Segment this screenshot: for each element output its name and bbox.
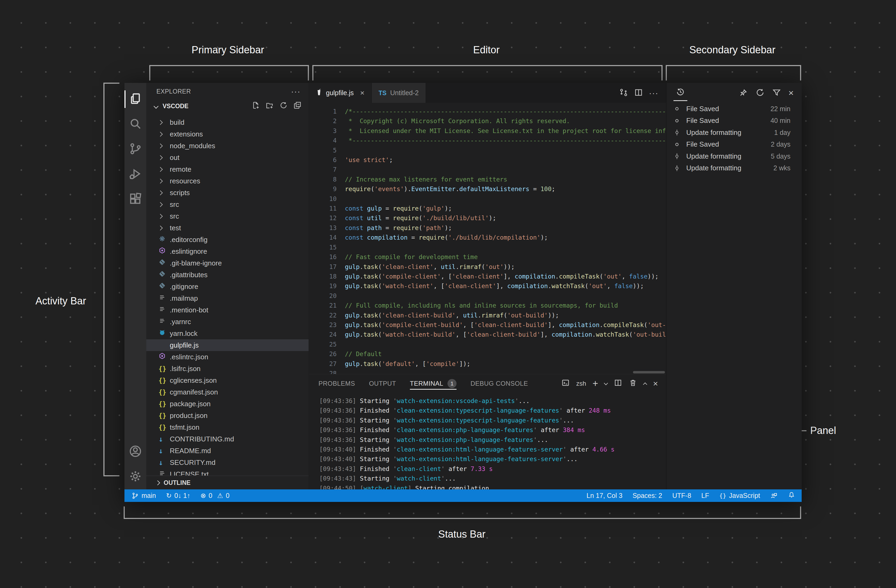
kill-terminal-icon[interactable] [629, 378, 637, 388]
tree-item-product.json[interactable]: {}product.json [146, 410, 309, 421]
tree-item-.mention-bot[interactable]: .mention-bot [146, 304, 309, 316]
activity-item-extensions[interactable] [125, 187, 146, 212]
terminal-line-10: [09:44:50] [watch-client] Starting compi… [319, 483, 666, 489]
tree-item-yarn.lock[interactable]: yarn.lock [146, 328, 309, 339]
timeline-item[interactable]: File Saved2 days [666, 139, 802, 151]
explorer-section-header[interactable]: VSCODE [146, 100, 309, 112]
tree-item-package.json[interactable]: {}package.json [146, 398, 309, 410]
notifications-bell-icon[interactable] [788, 491, 795, 500]
secondary-sidebar-header: × [666, 83, 802, 103]
explorer-more-icon[interactable]: ··· [291, 90, 301, 93]
refresh-icon[interactable] [755, 88, 765, 98]
tree-item-LICENSE.txt[interactable]: LICENSE.txt [146, 468, 309, 476]
close-panel-icon[interactable]: × [653, 379, 658, 388]
timeline-history-icon[interactable] [673, 85, 688, 101]
sync-indicator[interactable]: ↻ 0↓ 1↑ [166, 492, 190, 500]
terminal-line-2: [09:43:36] Finished 'clean-extension:typ… [319, 406, 666, 415]
editor-tab-Untitled-2[interactable]: TSUntitled-2 [372, 83, 426, 103]
maximize-panel-icon[interactable] [643, 382, 648, 387]
new-folder-icon[interactable] [265, 101, 274, 111]
workspace-name: VSCODE [163, 103, 188, 110]
editor-bracket [312, 65, 663, 81]
tree-item-test[interactable]: test [146, 222, 309, 234]
tree-item-cglicenses.json[interactable]: {}cglicenses.json [146, 375, 309, 386]
tree-item-build[interactable]: build [146, 116, 309, 128]
pin-icon[interactable] [739, 88, 748, 98]
activity-item-manage[interactable] [125, 464, 146, 489]
panel-tab-problems[interactable]: PROBLEMS [318, 374, 355, 393]
gearfile-icon [158, 235, 166, 244]
eol-sequence[interactable]: LF [701, 492, 709, 500]
shell-name[interactable]: zsh [576, 380, 586, 387]
indentation[interactable]: Spaces: 2 [633, 492, 662, 500]
tree-item-cgmanifest.json[interactable]: {}cgmanifest.json [146, 386, 309, 398]
tree-item-.yarnrc[interactable]: .yarnrc [146, 316, 309, 328]
timeline-item[interactable]: File Saved22 min [666, 103, 802, 115]
code-line-21: 21// Full compile, including nls and inl… [309, 301, 666, 310]
editor-horizontal-scrollbar[interactable] [633, 371, 665, 373]
tree-item-CONTRIBUTING.md[interactable]: ↓CONTRIBUTING.md [146, 433, 309, 445]
split-terminal-icon[interactable] [614, 378, 622, 388]
panel-tab-output[interactable]: OUTPUT [369, 374, 396, 393]
new-file-icon[interactable] [251, 101, 260, 111]
problems-indicator[interactable]: ⊗ 0 ⚠ 0 [200, 492, 230, 500]
tree-item-gulpfile.js[interactable]: gulpfile.js [146, 339, 309, 351]
panel-tab-terminal[interactable]: TERMINAL1 [410, 374, 457, 393]
cursor-position[interactable]: Ln 17, Col 3 [587, 492, 623, 500]
tree-item-src[interactable]: src [146, 210, 309, 222]
timeline-item[interactable]: File Saved40 min [666, 115, 802, 127]
new-terminal-icon[interactable]: + [593, 379, 598, 388]
chevron-right-icon [158, 190, 163, 195]
tree-item-.lsifrc.json[interactable]: {}.lsifrc.json [146, 363, 309, 375]
language-mode[interactable]: {} JavaScript [719, 492, 760, 500]
activity-item-explorer[interactable] [125, 87, 146, 112]
tree-item-.eslintrc.json[interactable]: .eslintrc.json [146, 351, 309, 363]
tree-item-extensions[interactable]: extensions [146, 128, 309, 140]
editor-more-icon[interactable]: ··· [649, 92, 658, 94]
chevron-right-icon [158, 167, 163, 172]
split-editor-icon[interactable] [634, 88, 643, 98]
code-editor[interactable]: 1/*-------------------------------------… [309, 103, 666, 374]
timeline-item[interactable]: Update formatting2 wks [666, 162, 802, 174]
tree-item-README.md[interactable]: ↓README.md [146, 445, 309, 457]
branch-indicator[interactable]: main [131, 492, 156, 500]
editor-tab-gulpfile.js[interactable]: gulpfile.js× [309, 83, 372, 103]
activity-item-accounts[interactable] [125, 439, 146, 464]
tree-item-remote[interactable]: remote [146, 163, 309, 175]
collapse-all-icon[interactable] [293, 101, 302, 111]
tree-item-out[interactable]: out [146, 152, 309, 163]
encoding[interactable]: UTF-8 [672, 492, 691, 500]
tree-item-.gitattributes[interactable]: .gitattributes [146, 269, 309, 281]
tree-item-resources[interactable]: resources [146, 175, 309, 187]
tree-item-src[interactable]: src [146, 199, 309, 210]
vscode-layout-diagram: Primary Sidebar Editor Secondary Sidebar… [0, 0, 896, 588]
tree-item-tsfmt.json[interactable]: {}tsfmt.json [146, 421, 309, 433]
code-line-26: 26// Default [309, 349, 666, 359]
panel-tab-debug-console[interactable]: DEBUG CONSOLE [470, 374, 528, 393]
tree-item-.eslintignore[interactable]: .eslintignore [146, 245, 309, 257]
open-changes-icon[interactable] [619, 88, 628, 98]
outline-section-header[interactable]: OUTLINE [146, 475, 309, 489]
outline-label: OUTLINE [164, 479, 190, 486]
tree-item-node_modules[interactable]: node_modules [146, 140, 309, 152]
activity-item-search[interactable] [125, 112, 146, 137]
terminal-output[interactable]: [09:43:36] Starting 'watch-extension:vsc… [309, 393, 666, 489]
md-icon: ↓ [158, 446, 163, 455]
close-secondary-sidebar-icon[interactable]: × [788, 88, 794, 98]
timeline-item[interactable]: Update formatting5 days [666, 150, 802, 162]
filter-icon[interactable] [772, 88, 782, 98]
timeline-item[interactable]: Update formatting1 day [666, 126, 802, 139]
refresh-icon[interactable] [279, 101, 288, 111]
feedback-icon[interactable] [770, 492, 778, 500]
tree-item-SECURITY.md[interactable]: ↓SECURITY.md [146, 457, 309, 468]
tree-item-.mailmap[interactable]: .mailmap [146, 292, 309, 304]
tree-item-.gitignore[interactable]: .gitignore [146, 281, 309, 292]
tree-item-.editorconfig[interactable]: .editorconfig [146, 234, 309, 245]
tree-item-.git-blame-ignore[interactable]: .git-blame-ignore [146, 257, 309, 269]
activity-item-source-control[interactable] [125, 137, 146, 162]
tree-item-scripts[interactable]: scripts [146, 187, 309, 199]
close-tab-icon[interactable]: × [360, 89, 364, 97]
terminal-dropdown-icon[interactable] [604, 381, 608, 385]
sidebar-header: EXPLORER ··· [146, 83, 309, 100]
activity-item-run-debug[interactable] [125, 162, 146, 187]
